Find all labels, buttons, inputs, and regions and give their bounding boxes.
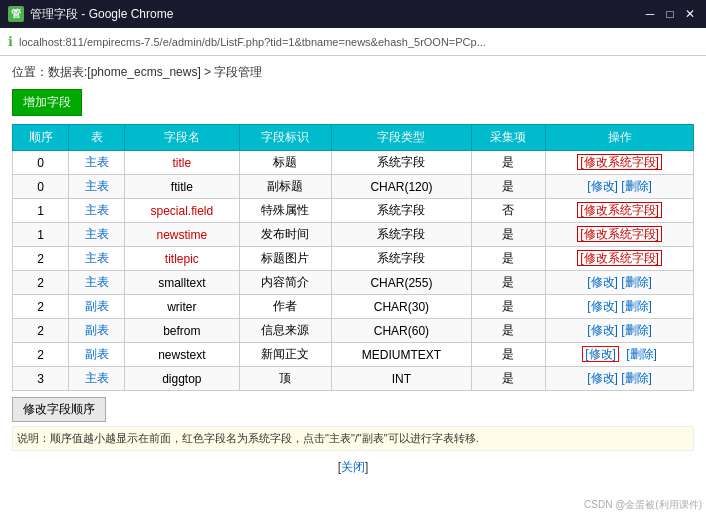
col-collect: 采集项 — [471, 125, 545, 151]
modify-link[interactable]: [修改] — [587, 275, 618, 289]
cell-fieldtype: CHAR(255) — [332, 271, 472, 295]
cell-table[interactable]: 主表 — [69, 247, 125, 271]
cell-order: 0 — [13, 175, 69, 199]
close-button[interactable]: ✕ — [682, 6, 698, 22]
cell-order: 2 — [13, 247, 69, 271]
delete-link[interactable]: [删除] — [621, 275, 652, 289]
table-header-row: 顺序 表 字段名 字段标识 字段类型 采集项 操作 — [13, 125, 694, 151]
cell-order: 1 — [13, 199, 69, 223]
delete-link[interactable]: [删除] — [621, 371, 652, 385]
cell-collect: 是 — [471, 151, 545, 175]
cell-fieldlabel: 顶 — [239, 367, 331, 391]
table-row: 2副表writer作者CHAR(30)是[修改] [删除] — [13, 295, 694, 319]
cell-action[interactable]: [修改] [删除] — [546, 367, 694, 391]
cell-action[interactable]: [修改] [删除] — [546, 271, 694, 295]
modify-link[interactable]: [修改] — [582, 346, 619, 362]
cell-fieldtype: 系统字段 — [332, 223, 472, 247]
maximize-button[interactable]: □ — [662, 6, 678, 22]
table-row: 2主表smalltext内容简介CHAR(255)是[修改] [删除] — [13, 271, 694, 295]
cell-order: 0 — [13, 151, 69, 175]
col-order: 顺序 — [13, 125, 69, 151]
sort-button[interactable]: 修改字段顺序 — [12, 397, 106, 422]
table-row: 0主表title标题系统字段是[修改系统字段] — [13, 151, 694, 175]
cell-fieldlabel: 标题 — [239, 151, 331, 175]
cell-action[interactable]: [修改系统字段] — [546, 247, 694, 271]
address-bar: ℹ localhost:811/empirecms-7.5/e/admin/db… — [0, 28, 706, 56]
cell-fieldname: befrom — [125, 319, 240, 343]
cell-fieldname: newstext — [125, 343, 240, 367]
table-row: 2副表befrom信息来源CHAR(60)是[修改] [删除] — [13, 319, 694, 343]
modify-system-link[interactable]: [修改系统字段] — [577, 250, 662, 266]
cell-collect: 是 — [471, 223, 545, 247]
close-link[interactable]: 关闭 — [341, 460, 365, 474]
col-fieldname: 字段名 — [125, 125, 240, 151]
cell-fieldlabel: 标题图片 — [239, 247, 331, 271]
cell-action[interactable]: [修改系统字段] — [546, 223, 694, 247]
cell-action[interactable]: [修改] [删除] — [546, 343, 694, 367]
cell-table[interactable]: 主表 — [69, 271, 125, 295]
cell-fieldlabel: 新闻正文 — [239, 343, 331, 367]
cell-order: 1 — [13, 223, 69, 247]
cell-fieldlabel: 信息来源 — [239, 319, 331, 343]
cell-fieldname: title — [125, 151, 240, 175]
cell-fieldtype: CHAR(60) — [332, 319, 472, 343]
cell-fieldname: diggtop — [125, 367, 240, 391]
cell-table[interactable]: 副表 — [69, 343, 125, 367]
note-text: 说明：顺序值越小越显示在前面，红色字段名为系统字段，点击"主表"/"副表"可以进… — [12, 426, 694, 451]
cell-fieldlabel: 特殊属性 — [239, 199, 331, 223]
cell-order: 3 — [13, 367, 69, 391]
delete-link[interactable]: [删除] — [626, 347, 657, 361]
delete-link[interactable]: [删除] — [621, 323, 652, 337]
app-icon: 管 — [8, 6, 24, 22]
delete-link[interactable]: [删除] — [621, 299, 652, 313]
delete-link[interactable]: [删除] — [621, 179, 652, 193]
cell-table[interactable]: 主表 — [69, 367, 125, 391]
cell-fieldlabel: 作者 — [239, 295, 331, 319]
cell-collect: 是 — [471, 295, 545, 319]
modify-system-link[interactable]: [修改系统字段] — [577, 226, 662, 242]
cell-table[interactable]: 主表 — [69, 175, 125, 199]
cell-fieldname: special.field — [125, 199, 240, 223]
table-row: 3主表diggtop顶INT是[修改] [删除] — [13, 367, 694, 391]
cell-table[interactable]: 主表 — [69, 199, 125, 223]
main-content: 位置：数据表:[phome_ecms_news] > 字段管理 增加字段 顺序 … — [0, 56, 706, 516]
modify-system-link[interactable]: [修改系统字段] — [577, 154, 662, 170]
cell-table[interactable]: 副表 — [69, 295, 125, 319]
cell-fieldtype: 系统字段 — [332, 151, 472, 175]
window-controls: ─ □ ✕ — [642, 6, 698, 22]
table-row: 2副表newstext新闻正文MEDIUMTEXT是[修改] [删除] — [13, 343, 694, 367]
close-row: [关闭] — [12, 459, 694, 476]
cell-table[interactable]: 主表 — [69, 151, 125, 175]
cell-fieldlabel: 发布时间 — [239, 223, 331, 247]
cell-collect: 否 — [471, 199, 545, 223]
cell-action[interactable]: [修改] [删除] — [546, 295, 694, 319]
address-url[interactable]: localhost:811/empirecms-7.5/e/admin/db/L… — [19, 36, 486, 48]
add-field-button[interactable]: 增加字段 — [12, 89, 82, 116]
title-bar: 管 管理字段 - Google Chrome ─ □ ✕ — [0, 0, 706, 28]
cell-action[interactable]: [修改] [删除] — [546, 319, 694, 343]
cell-table[interactable]: 主表 — [69, 223, 125, 247]
cell-action[interactable]: [修改系统字段] — [546, 199, 694, 223]
cell-fieldtype: 系统字段 — [332, 247, 472, 271]
col-fieldlabel: 字段标识 — [239, 125, 331, 151]
modify-system-link[interactable]: [修改系统字段] — [577, 202, 662, 218]
modify-link[interactable]: [修改] — [587, 179, 618, 193]
cell-fieldname: titlepic — [125, 247, 240, 271]
cell-fieldtype: MEDIUMTEXT — [332, 343, 472, 367]
modify-link[interactable]: [修改] — [587, 371, 618, 385]
cell-fieldtype: INT — [332, 367, 472, 391]
cell-fieldname: writer — [125, 295, 240, 319]
cell-fieldlabel: 副标题 — [239, 175, 331, 199]
minimize-button[interactable]: ─ — [642, 6, 658, 22]
cell-collect: 是 — [471, 319, 545, 343]
cell-fieldname: ftitle — [125, 175, 240, 199]
cell-action[interactable]: [修改] [删除] — [546, 175, 694, 199]
modify-link[interactable]: [修改] — [587, 323, 618, 337]
modify-link[interactable]: [修改] — [587, 299, 618, 313]
table-row: 1主表newstime发布时间系统字段是[修改系统字段] — [13, 223, 694, 247]
cell-action[interactable]: [修改系统字段] — [546, 151, 694, 175]
cell-collect: 是 — [471, 367, 545, 391]
table-row: 2主表titlepic标题图片系统字段是[修改系统字段] — [13, 247, 694, 271]
cell-table[interactable]: 副表 — [69, 319, 125, 343]
table-row: 0主表ftitle副标题CHAR(120)是[修改] [删除] — [13, 175, 694, 199]
